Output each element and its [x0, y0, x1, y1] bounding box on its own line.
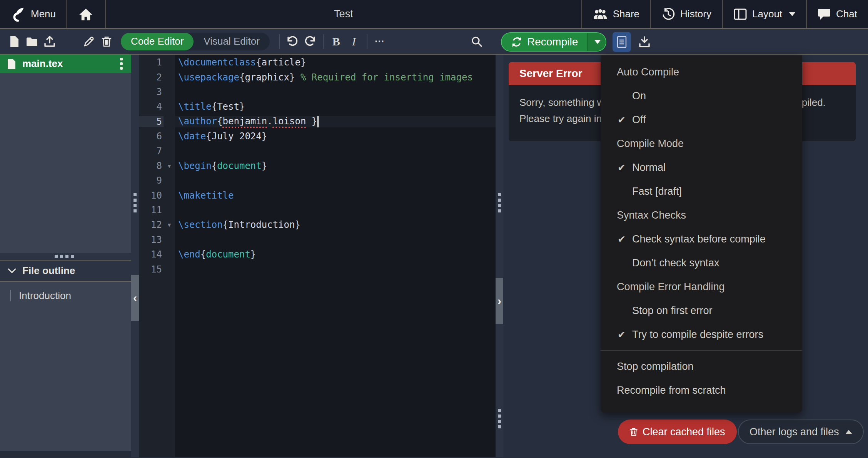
code-line-11[interactable]: 11: [139, 203, 496, 217]
recompile-button[interactable]: Recompile: [502, 33, 587, 51]
outline-resize-handle[interactable]: [0, 253, 131, 261]
share-icon: [593, 8, 608, 20]
search-icon: [471, 35, 483, 48]
chevron-up-icon: [845, 430, 852, 434]
line-number: 10: [139, 190, 164, 201]
menu-item-try-to-compile-despite-errors[interactable]: ✔Try to compile despite errors: [601, 323, 802, 346]
drag-dots-icon: [498, 193, 501, 212]
code-line-5[interactable]: 5\author{benjamin.loison }: [139, 114, 496, 129]
folder-icon: [26, 36, 38, 47]
code-line-4[interactable]: 4\title{Test}: [139, 99, 496, 114]
search-button[interactable]: [468, 33, 486, 50]
code-lines: 1\documentclass{article}2\usepackage{gra…: [139, 55, 496, 277]
clear-cached-files-label: Clear cached files: [643, 426, 725, 438]
menu-item-off[interactable]: ✔Off: [601, 108, 802, 132]
italic-button[interactable]: I: [345, 33, 363, 50]
code-line-8[interactable]: 8▼\begin{document}: [139, 159, 496, 173]
file-row-main-tex[interactable]: main.tex: [0, 55, 131, 73]
expand-preview-button[interactable]: ›: [496, 278, 503, 324]
menu-item-recompile-from-scratch[interactable]: Recompile from scratch: [601, 378, 802, 402]
line-number: 12: [139, 219, 164, 230]
menu-item-don-t-check-syntax[interactable]: Don’t check syntax: [601, 251, 802, 275]
code-line-10[interactable]: 10\maketitle: [139, 188, 496, 203]
redo-button[interactable]: [301, 33, 319, 50]
delete-button[interactable]: [98, 33, 115, 50]
menu-item-label: On: [632, 90, 646, 102]
visual-editor-tab[interactable]: Visual Editor: [194, 33, 270, 50]
file-tree-bottom-strip: [0, 451, 131, 457]
menu-label: Menu: [31, 8, 56, 20]
file-outline-list: Introduction: [0, 282, 131, 451]
chevron-down-icon: [594, 40, 601, 44]
line-number: 13: [139, 234, 164, 245]
bold-button[interactable]: B: [327, 33, 345, 50]
collapse-file-tree-button[interactable]: ‹: [131, 275, 139, 321]
line-number: 9: [139, 175, 164, 186]
menu-item-on[interactable]: On: [601, 84, 802, 108]
undo-button[interactable]: [284, 33, 301, 50]
download-pdf-button[interactable]: [636, 33, 653, 51]
menu-item-stop-compilation[interactable]: Stop compilation: [601, 354, 802, 378]
file-name: main.tex: [22, 58, 112, 70]
clear-cached-files-button[interactable]: Clear cached files: [618, 420, 737, 444]
code-line-7[interactable]: 7: [139, 144, 496, 158]
toolbar-overflow-button[interactable]: ⋯: [371, 33, 389, 50]
rename-button[interactable]: [80, 33, 98, 50]
history-button[interactable]: History: [650, 0, 722, 28]
code-editor-pane[interactable]: 1\documentclass{article}2\usepackage{gra…: [139, 55, 496, 457]
code-line-13[interactable]: 13: [139, 232, 496, 247]
project-title: Test: [334, 8, 353, 20]
file-outline-label: File outline: [22, 265, 75, 277]
menu-header-auto-compile: Auto Compile: [601, 60, 802, 84]
code-line-12[interactable]: 12▼\section{Introduction}: [139, 217, 496, 232]
menu-button[interactable]: Menu: [0, 0, 66, 28]
code-line-6[interactable]: 6\date{July 2024}: [139, 129, 496, 144]
fold-arrow-icon[interactable]: ▼: [164, 163, 175, 169]
file-menu-kebab-icon[interactable]: [119, 56, 124, 71]
code-editor-tab[interactable]: Code Editor: [121, 33, 194, 50]
menu-item-label: Try to compile despite errors: [632, 329, 763, 341]
undo-icon: [286, 36, 299, 47]
history-icon: [662, 8, 675, 21]
code-line-9[interactable]: 9: [139, 173, 496, 188]
layout-button[interactable]: Layout: [722, 0, 806, 28]
right-panel-resizer[interactable]: ›: [496, 55, 503, 457]
action-label: Chat: [836, 8, 857, 20]
menu-item-check-syntax-before-compile[interactable]: ✔Check syntax before compile: [601, 227, 802, 251]
code-text: \maketitle: [175, 190, 496, 201]
upload-button[interactable]: [41, 33, 58, 50]
menu-item-fast-draft[interactable]: Fast [draft]: [601, 179, 802, 203]
home-button[interactable]: [67, 0, 105, 28]
other-logs-and-files-button[interactable]: Other logs and files: [738, 420, 864, 444]
menu-item-label: Fast [draft]: [632, 186, 682, 197]
menu-item-label: Recompile from scratch: [617, 384, 726, 396]
overleaf-logo-icon: [10, 7, 25, 22]
share-button[interactable]: Share: [581, 0, 650, 28]
new-folder-button[interactable]: [23, 33, 41, 50]
download-icon: [638, 36, 651, 48]
left-panel-resizer[interactable]: ‹: [131, 55, 139, 457]
editor-toolbar: Code Editor Visual Editor B I ⋯ Recompil…: [0, 29, 868, 55]
code-text: \author{benjamin.loison }: [175, 116, 496, 127]
topbar-actions: ShareHistoryLayoutChat: [581, 0, 868, 28]
chat-button[interactable]: Chat: [806, 0, 868, 28]
action-label: Layout: [752, 8, 782, 20]
menu-item-stop-on-first-error[interactable]: Stop on first error: [601, 299, 802, 323]
menu-item-normal[interactable]: ✔Normal: [601, 155, 802, 179]
fold-arrow-icon[interactable]: ▼: [164, 222, 175, 228]
file-outline-header[interactable]: File outline: [0, 261, 131, 282]
new-file-button[interactable]: [5, 33, 23, 50]
view-logs-button[interactable]: [613, 32, 631, 52]
recompile-label: Recompile: [527, 36, 578, 48]
recompile-options-button[interactable]: [587, 33, 606, 51]
code-text: \begin{document}: [175, 160, 496, 171]
outline-item-label: Introduction: [19, 290, 71, 302]
line-number: 11: [139, 205, 164, 216]
code-line-2[interactable]: 2\usepackage{graphicx} % Required for in…: [139, 70, 496, 84]
code-line-14[interactable]: 14\end{document}: [139, 247, 496, 262]
code-line-3[interactable]: 3: [139, 85, 496, 99]
code-line-15[interactable]: 15: [139, 262, 496, 276]
file-icon: [7, 59, 16, 69]
code-line-1[interactable]: 1\documentclass{article}: [139, 55, 496, 70]
outline-item-introduction[interactable]: Introduction: [0, 287, 131, 304]
